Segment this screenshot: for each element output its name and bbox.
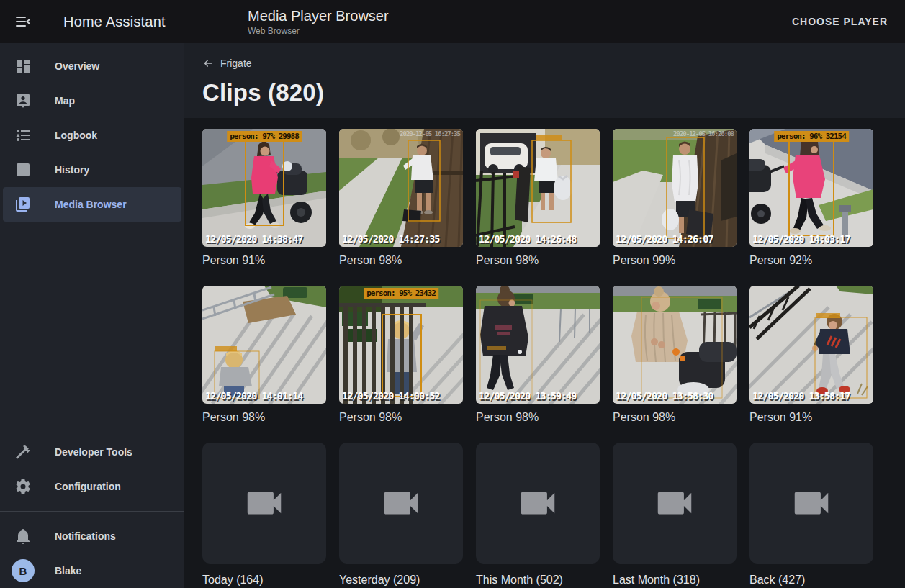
sidebar-item-notifications[interactable]: Notifications [3,519,181,553]
sidebar-item-configuration[interactable]: Configuration [3,469,181,504]
clip-thumbnail[interactable]: 2020-12-05 16:26:08 12/05/2020 14:26:07 [613,129,737,247]
osd-timestamp: 12/05/2020 14:38:47 [205,233,302,245]
osd-timestamp: 12/05/2020 14:27:35 [342,233,439,245]
clip-card[interactable]: person: 97% 29988 12/05/2020 14:38:47 Pe… [202,129,326,267]
clip-card[interactable]: 12/05/2020 13:58:30 Person 98% [613,286,737,424]
clip-title: Person 98% [613,410,737,424]
clip-title: Person 98% [339,410,463,424]
clip-thumbnail[interactable]: 12/05/2020 13:59:49 [476,286,600,404]
breadcrumb[interactable]: Frigate [202,58,252,69]
thumbnail-scene [202,286,326,404]
clip-title: Person 98% [202,410,326,424]
clip-card[interactable]: person: 96% 32154 12/05/2020 14:03:17 Pe… [749,129,873,267]
play-box-multiple-icon [14,196,32,213]
folder-tile[interactable] [476,443,600,564]
media-browser-heading: Media Player Browser Web Browser [184,7,785,37]
thumbnail-scene [613,286,737,404]
folder-tile[interactable] [749,443,873,564]
sidebar-item-logbook[interactable]: Logbook [3,118,181,153]
choose-player-button[interactable]: CHOOSE PLAYER [785,10,895,33]
clip-thumbnail[interactable]: person: 96% 32154 12/05/2020 14:03:17 [749,129,873,247]
clip-title: Person 91% [202,253,326,267]
media-grid: person: 97% 29988 12/05/2020 14:38:47 Pe… [184,118,905,587]
clip-card[interactable]: 12/05/2020 13:58:17 Person 91% [749,286,873,424]
avatar: B [12,559,35,582]
page-title: Clips (820) [202,79,888,107]
osd-timestamp: 12/05/2020 14:26:07 [616,233,713,245]
home-assistant-app: Home Assistant Media Player Browser Web … [0,0,905,588]
folder-title: This Month (502) [476,573,600,587]
media-browser-subtitle: Web Browser [248,25,785,37]
app-title: Home Assistant [63,14,166,30]
thumbnail-scene [749,129,873,247]
menu-toggle-icon[interactable] [14,13,32,30]
folder-tile[interactable] [339,443,463,564]
sidebar-divider [0,511,184,512]
clip-thumbnail[interactable]: 2020-12-05 16:27:35 12/05/2020 14:27:35 [339,129,463,247]
media-browser-title: Media Player Browser [248,7,785,24]
folder-tile[interactable] [202,443,326,564]
clip-card[interactable]: 2020-12-05 16:27:35 12/05/2020 14:27:35 … [339,129,463,267]
sidebar-item-overview[interactable]: Overview [3,49,181,83]
detection-label: person: 97% 29988 [227,131,302,142]
osd-timestamp: 12/05/2020 14:26:48 [479,233,576,245]
folder-card-back[interactable]: Back (427) [749,443,873,587]
clip-thumbnail[interactable]: 12/05/2020 13:58:30 [613,286,737,404]
thumbnail-scene [613,129,737,247]
clip-thumbnail[interactable]: 12/05/2020 14:26:48 [476,129,600,247]
sidebar-item-history[interactable]: History [3,153,181,187]
sidebar-item-user[interactable]: B Blake [3,553,181,588]
sidebar-spacer [0,222,184,435]
clip-title: Person 92% [749,253,873,267]
thumbnail-scene [339,129,463,247]
bell-icon [14,528,32,545]
osd-timestamp: 12/05/2020 14:01:14 [205,390,302,402]
clip-card[interactable]: 12/05/2020 14:01:14 Person 98% [202,286,326,424]
sidebar-item-map[interactable]: Map [3,83,181,118]
folder-tile[interactable] [613,443,737,564]
app-bar-left: Home Assistant [0,13,184,30]
gear-icon [14,478,32,495]
osd-timestamp: 12/05/2020 14:03:17 [752,233,850,245]
clip-card[interactable]: 12/05/2020 13:59:49 Person 98% [476,286,600,424]
sidebar-item-developer-tools[interactable]: Developer Tools [3,435,181,469]
osd-top-timestamp: 2020-12-05 16:27:35 [400,130,460,137]
clip-card[interactable]: 12/05/2020 14:26:48 Person 98% [476,129,600,267]
back-arrow-icon [202,58,214,69]
clip-card[interactable]: person: 95% 23432 12/05/2020 14:00:52 Pe… [339,286,463,424]
content-header: Frigate Clips (820) [184,43,905,118]
clip-title: Person 99% [613,253,737,267]
video-icon [379,481,423,525]
osd-timestamp: 12/05/2020 13:58:17 [752,390,850,402]
sidebar-item-media-browser[interactable]: Media Browser [3,187,181,222]
thumbnail-scene [749,286,873,404]
folder-card-this-month[interactable]: This Month (502) [476,443,600,587]
osd-timestamp: 12/05/2020 14:00:52 [342,390,439,402]
sidebar: Overview Map Logbook History Media Brows… [0,43,184,588]
clip-thumbnail[interactable]: person: 95% 23432 12/05/2020 14:00:52 [339,286,463,404]
folder-card-last-month[interactable]: Last Month (318) [613,443,737,587]
video-icon [652,481,697,525]
clip-thumbnail[interactable]: 12/05/2020 13:58:17 [749,286,873,404]
hammer-icon [14,443,32,461]
clip-title: Person 91% [749,410,873,424]
thumbnail-scene [202,129,326,247]
clip-thumbnail[interactable]: person: 97% 29988 12/05/2020 14:38:47 [202,129,326,247]
detection-label: person: 95% 23432 [364,288,438,299]
clip-thumbnail[interactable]: 12/05/2020 14:01:14 [202,286,326,404]
video-icon [515,481,560,525]
format-list-bulleted-icon [14,127,32,144]
thumbnail-scene [339,286,463,404]
clip-title: Person 98% [339,253,463,267]
account-location-icon [14,92,32,109]
folder-card-yesterday[interactable]: Yesterday (209) [339,443,463,587]
folder-card-today[interactable]: Today (164) [202,443,326,587]
folder-title: Back (427) [749,573,873,587]
osd-timestamp: 12/05/2020 13:58:30 [616,390,713,402]
thumbnail-scene [476,286,600,404]
clip-title: Person 98% [476,253,600,267]
osd-timestamp: 12/05/2020 13:59:49 [479,390,576,402]
clip-card[interactable]: 2020-12-05 16:26:08 12/05/2020 14:26:07 … [613,129,737,267]
chart-box-icon [14,161,32,178]
user-name: Blake [55,565,81,576]
